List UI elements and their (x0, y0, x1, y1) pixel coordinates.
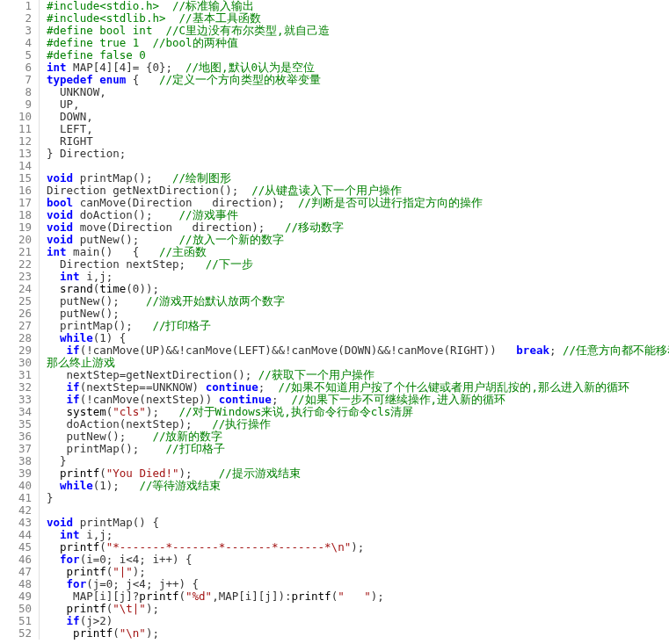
break-token: break (516, 344, 549, 357)
code-line[interactable]: printMap(); //打印格子 (47, 443, 669, 455)
code-line[interactable]: if(!canMove(nextStep)) continue; //如果下一步… (47, 394, 669, 406)
code-line[interactable]: for(i=0; i<4; i++) { (47, 554, 669, 566)
line-number: 37 (4, 443, 32, 455)
code-line[interactable]: Direction nextStep; //下一步 (47, 258, 669, 271)
function-token: time (99, 282, 126, 295)
code-line[interactable]: #define bool int //C里边没有布尔类型,就自己造 (47, 25, 669, 37)
line-number: 36 (4, 431, 32, 443)
code-line[interactable]: int MAP[4][4]= {0}; //地图,默认0认为是空位 (47, 62, 669, 74)
code-line[interactable]: #define true 1 //bool的两种值 (47, 37, 669, 49)
text-token (47, 393, 67, 406)
code-line[interactable]: bool canMove(Direction direction); //判断是… (47, 197, 669, 209)
code-line[interactable] (47, 504, 669, 517)
comment-token: #define false 0 (47, 48, 146, 62)
text-token: nextStep=getNextDirection(); (47, 368, 258, 381)
line-number-gutter: 1234567891011121314151617181920212223242… (0, 0, 40, 640)
code-line[interactable]: void move(Direction direction); //移动数字 (47, 221, 669, 234)
code-line[interactable]: printMap(); //打印格子 (47, 320, 669, 332)
code-content[interactable]: #include<stdio.h> //标准输入输出#include<stdli… (40, 0, 669, 640)
code-line[interactable]: Direction getNextDirection(); //从键盘读入下一个… (47, 185, 669, 197)
text-token: (!canMove(nextStep)) (80, 393, 219, 406)
text-token (47, 405, 67, 418)
code-line[interactable] (47, 160, 669, 172)
code-line[interactable]: while(1) { (47, 332, 669, 344)
text-token (47, 479, 60, 492)
code-line[interactable]: if(!canMove(UP)&&!canMove(LEFT)&&!canMov… (47, 344, 669, 357)
code-line[interactable]: typedef enum { //定义一个方向类型的枚举变量 (47, 74, 669, 86)
code-line[interactable]: void putNew(); //放入一个新的数字 (47, 234, 669, 246)
code-line[interactable]: if(nextStep==UNKNOW) continue; //如果不知道用户… (47, 381, 669, 394)
string-token: "%d" (185, 590, 212, 603)
line-number: 52 (4, 627, 32, 640)
line-number: 5 (4, 49, 32, 62)
code-line[interactable]: } (47, 492, 669, 504)
line-number: 9 (4, 98, 32, 111)
text-token: Direction nextStep; (47, 257, 206, 271)
code-line[interactable]: int main() { //主函数 (47, 246, 669, 258)
code-line[interactable]: void doAction(); //游戏事件 (47, 209, 669, 221)
code-line[interactable]: for(j=0; j<4; j++) { (47, 578, 669, 590)
code-line[interactable]: 那么终止游戏 (47, 357, 669, 369)
code-line[interactable]: putNew(); //放新的数字 (47, 431, 669, 443)
line-number: 28 (4, 332, 32, 344)
code-line[interactable]: printf("\t|"); (47, 603, 669, 615)
code-line[interactable]: RIGHT (47, 135, 669, 148)
code-line[interactable]: MAP[i][j]?printf("%d",MAP[i][j]):printf(… (47, 590, 669, 603)
comment-token: //放新的数字 (152, 430, 222, 443)
line-number: 29 (4, 344, 32, 357)
comment-token: 那么终止游戏 (47, 356, 115, 369)
text-token: i,j; (80, 528, 113, 541)
text-token: UP, (47, 98, 80, 111)
code-line[interactable]: printf("\n"); (47, 627, 669, 640)
code-line[interactable]: void printMap(); //绘制图形 (47, 172, 669, 185)
code-line[interactable]: #include<stdio.h> //标准输入输出 (47, 0, 669, 12)
function-token: printf (60, 540, 99, 554)
code-line[interactable]: doAction(nextStep); //执行操作 (47, 418, 669, 431)
line-number: 2 (4, 12, 32, 25)
code-line[interactable]: #include<stdlib.h> //基本工具函数 (47, 12, 669, 25)
string-token: " " (338, 590, 371, 603)
text-token: main() { (67, 245, 159, 258)
code-line[interactable]: #define false 0 (47, 49, 669, 62)
text-token: move(Direction direction); (73, 221, 285, 234)
code-line[interactable]: } Direction; (47, 148, 669, 160)
function-token: printf (291, 590, 331, 603)
text-token (47, 331, 60, 344)
code-line[interactable]: printf("*-------*-------*-------*-------… (47, 541, 669, 554)
code-line[interactable]: void printMap() { (47, 517, 669, 529)
text-token (47, 577, 67, 590)
text-token: doAction(); (73, 208, 178, 221)
text-token: doAction(nextStep); (47, 417, 212, 431)
keyword-token: int (60, 270, 80, 283)
code-line[interactable]: printf("|"); (47, 566, 669, 578)
code-line[interactable]: UP, (47, 98, 669, 111)
text-token: ( (113, 626, 120, 640)
code-line[interactable]: int i,j; (47, 271, 669, 283)
comment-token: #define true 1 //bool的两种值 (47, 36, 238, 49)
comment-token: //提示游戏结束 (219, 467, 301, 480)
text-token: ); (146, 626, 159, 640)
code-line[interactable]: DOWN, (47, 111, 669, 123)
code-line[interactable]: if(j>2) (47, 615, 669, 627)
code-line[interactable]: } (47, 455, 669, 467)
code-line[interactable]: printf("You Died!"); //提示游戏结束 (47, 467, 669, 480)
code-line[interactable]: srand(time(0)); (47, 283, 669, 295)
comment-token: //打印格子 (152, 319, 211, 332)
code-line[interactable]: putNew(); //游戏开始默认放两个数字 (47, 295, 669, 308)
code-line[interactable]: putNew(); (47, 308, 669, 320)
text-token (47, 553, 60, 566)
text-token (47, 270, 60, 283)
code-line[interactable]: nextStep=getNextDirection(); //获取下一个用户操作 (47, 369, 669, 381)
code-line[interactable]: int i,j; (47, 529, 669, 541)
code-line[interactable]: while(1); //等待游戏结束 (47, 480, 669, 492)
function-token: printf (67, 565, 106, 578)
text-token: ( (179, 590, 186, 603)
code-line[interactable]: system("cls"); //对于Windows来说,执行命令行命令cls清… (47, 406, 669, 418)
code-line[interactable]: LEFT, (47, 123, 669, 135)
code-line[interactable]: UNKNOW, (47, 86, 669, 98)
string-token: "cls" (113, 405, 146, 418)
line-number: 3 (4, 25, 32, 37)
keyword-token: bool (47, 196, 73, 209)
text-token (47, 528, 60, 541)
line-number: 4 (4, 37, 32, 49)
